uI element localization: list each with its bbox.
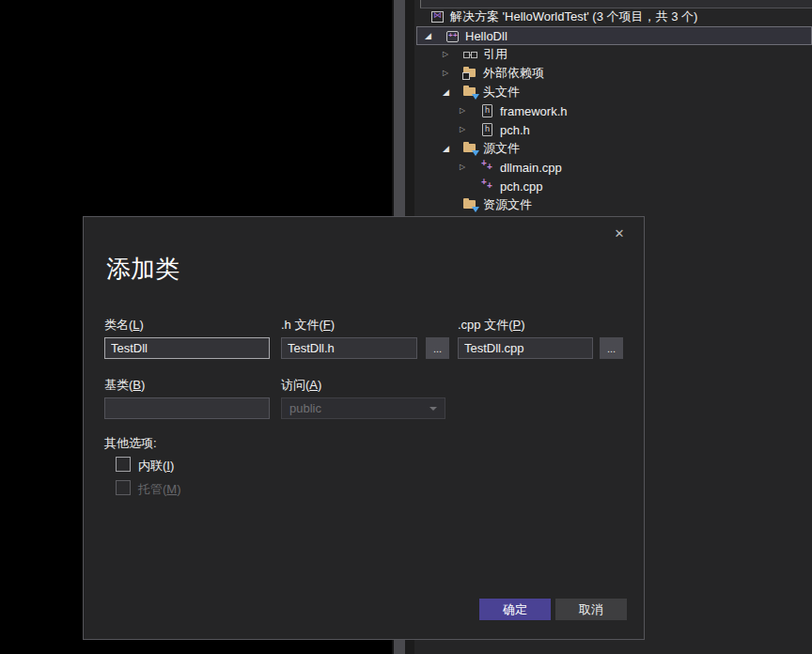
h-file-label: .h 文件(F) [281, 317, 335, 334]
cpp-file-icon [480, 160, 495, 175]
header-file-icon [480, 122, 495, 137]
cancel-button[interactable]: 取消 [555, 599, 627, 620]
cpp-project-icon [445, 28, 461, 43]
references-icon [463, 47, 478, 62]
tree-item-label: pch.cpp [500, 179, 543, 194]
class-name-label: 类名(L) [104, 317, 144, 334]
chevron-expanded-icon[interactable]: ◢ [443, 83, 463, 101]
tree-item-pch-h[interactable]: ▷ pch.h [416, 120, 812, 139]
tree-item-dllmain-cpp[interactable]: ▷ dllmain.cpp [416, 158, 812, 177]
external-deps-folder-icon [463, 66, 478, 81]
tree-item-label: HelloDll [465, 29, 508, 43]
access-label: 访问(A) [281, 377, 321, 394]
cpp-file-icon [480, 179, 495, 194]
header-file-icon [480, 103, 495, 118]
chevron-expanded-icon[interactable]: ◢ [443, 139, 463, 158]
inline-checkbox-label: 内联(I) [138, 458, 174, 475]
tree-item-label: 引用 [483, 46, 508, 63]
inline-checkbox[interactable] [116, 457, 131, 472]
tree-item-references[interactable]: ▷ 引用 [416, 45, 812, 64]
tree-item-hellodll[interactable]: ◢ HelloDll [416, 26, 812, 45]
tree-item-framework-h[interactable]: ▷ framework.h [416, 101, 812, 120]
tree-item-label: 资源文件 [483, 196, 532, 213]
solution-explorer-tree: 解决方案 'HelloWorldTest' (3 个项目，共 3 个) ◢ He… [416, 8, 812, 214]
chevron-collapsed-icon[interactable]: ▷ [460, 158, 480, 177]
solution-icon [430, 9, 445, 24]
tree-item-label: dllmain.cpp [500, 161, 562, 175]
chevron-collapsed-icon[interactable]: ▷ [460, 101, 480, 120]
h-file-browse-button[interactable]: ... [426, 337, 449, 359]
access-dropdown: public [281, 397, 445, 419]
tree-item-pch-cpp[interactable]: pch.cpp [416, 177, 812, 195]
tree-item-label: 外部依赖项 [483, 65, 544, 82]
close-icon[interactable]: ✕ [610, 225, 629, 243]
access-dropdown-value: public [289, 401, 321, 415]
cpp-file-label: .cpp 文件(P) [458, 317, 525, 334]
tree-item-label: pch.h [500, 123, 530, 137]
tree-item-label: 解决方案 'HelloWorldTest' (3 个项目，共 3 个) [450, 8, 697, 25]
chevron-collapsed-icon[interactable]: ▷ [443, 64, 463, 83]
filtered-folder-icon [463, 85, 478, 100]
base-class-label: 基类(B) [104, 377, 145, 394]
managed-checkbox-label: 托管(M) [138, 481, 181, 498]
tree-item-header-folder[interactable]: ◢ 头文件 [416, 83, 812, 101]
chevron-expanded-icon[interactable]: ◢ [425, 26, 445, 45]
h-file-input[interactable] [281, 337, 417, 359]
tree-item-solution[interactable]: 解决方案 'HelloWorldTest' (3 个项目，共 3 个) [416, 8, 812, 26]
dialog-title: 添加类 [106, 253, 180, 286]
cpp-file-input[interactable] [458, 337, 593, 359]
filtered-folder-icon [463, 197, 478, 212]
base-class-input[interactable] [104, 397, 270, 419]
tree-item-label: 头文件 [483, 84, 520, 101]
tree-item-resource-folder[interactable]: 资源文件 [416, 195, 812, 214]
tree-item-label: 源文件 [483, 140, 520, 157]
ok-button[interactable]: 确定 [479, 599, 551, 620]
tree-item-label: framework.h [500, 104, 568, 118]
class-name-input[interactable] [104, 337, 270, 359]
tree-item-source-folder[interactable]: ◢ 源文件 [416, 139, 812, 158]
chevron-collapsed-icon[interactable]: ▷ [443, 45, 463, 64]
filtered-folder-icon [463, 141, 478, 156]
other-options-heading: 其他选项: [104, 435, 157, 452]
tree-item-external-deps[interactable]: ▷ 外部依赖项 [416, 64, 812, 83]
chevron-down-icon [429, 407, 437, 411]
chevron-collapsed-icon[interactable]: ▷ [460, 120, 480, 139]
managed-checkbox [116, 480, 131, 495]
add-class-dialog: ✕ 添加类 类名(L) .h 文件(F) .cpp 文件(P) ... ... … [83, 216, 645, 640]
cpp-file-browse-button[interactable]: ... [600, 337, 623, 359]
